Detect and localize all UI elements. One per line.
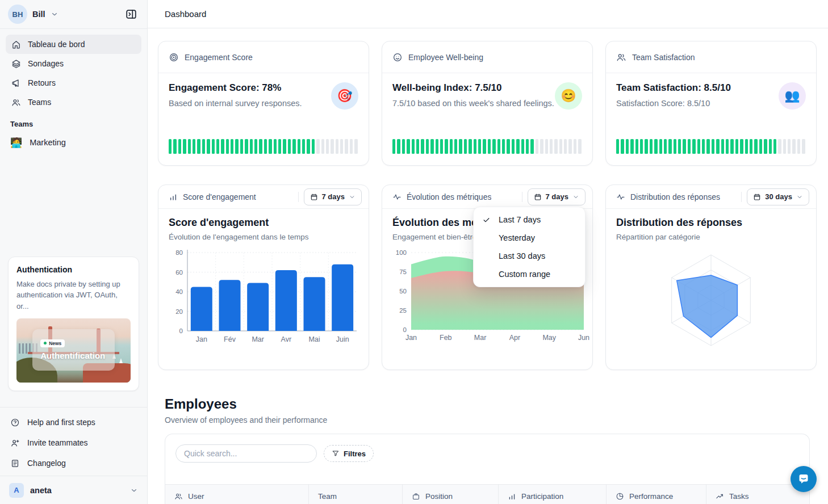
- progress-segment: [469, 139, 471, 154]
- progress-segment: [759, 139, 762, 154]
- chat-launcher-button[interactable]: [791, 466, 817, 492]
- user-avatar[interactable]: BH: [8, 5, 27, 24]
- progress-segment: [750, 139, 752, 154]
- sidebar: BH Bill Tableau de bordSondagesRetoursTe…: [0, 0, 148, 504]
- progress-segment: [702, 139, 705, 154]
- range-button[interactable]: 7 days: [304, 188, 362, 205]
- progress-segment: [626, 139, 629, 154]
- workspace-switcher[interactable]: A aneta: [0, 476, 147, 504]
- progress-segment: [730, 139, 733, 154]
- layers-icon: [11, 59, 21, 69]
- progress-segment: [526, 139, 529, 154]
- dart-emoji: 🎯: [331, 82, 358, 110]
- chevron-down-icon: [796, 194, 803, 200]
- trend-up-icon: [716, 492, 724, 501]
- column-header-participation[interactable]: Participation: [499, 485, 607, 504]
- user-name[interactable]: Bill: [32, 10, 45, 19]
- sidebar-item-retours[interactable]: Retours: [6, 73, 141, 93]
- employees-title: Employees: [165, 396, 817, 412]
- column-label: User: [188, 492, 204, 501]
- table-header-row: UserTeamPositionParticipationPerformance…: [165, 484, 809, 504]
- menu-item-label: Last 30 days: [499, 251, 545, 261]
- progress-segment: [659, 139, 662, 154]
- menu-item-last-30-days[interactable]: Last 30 days: [474, 247, 585, 265]
- column-header-position[interactable]: Position: [403, 485, 499, 504]
- sidebar-item-label: Teams: [28, 98, 51, 107]
- promo-news-badge: News: [40, 339, 65, 347]
- sidebar-footer: Help and first stepsInvite teammatesChan…: [0, 407, 147, 476]
- range-button[interactable]: 7 days: [528, 188, 586, 205]
- promo-body: Make docs private by setting up authenti…: [16, 279, 131, 312]
- column-header-user[interactable]: User: [165, 485, 309, 504]
- sidebar-item-marketing[interactable]: 🧑‍💻 Marketing: [0, 133, 147, 152]
- progress-segment: [650, 139, 653, 154]
- progress-segment: [269, 139, 271, 154]
- news-dot-icon: [44, 342, 47, 345]
- sidebar-item-sondages[interactable]: Sondages: [6, 54, 141, 73]
- progress-segment: [183, 139, 186, 154]
- progress-segment: [440, 139, 443, 154]
- svg-text:Mar: Mar: [252, 335, 264, 343]
- topbar: Dashboard: [148, 0, 828, 28]
- card-header-label: Distribution des réponses: [630, 192, 720, 201]
- employees-subtitle: Overview of employees and their performa…: [165, 415, 817, 425]
- distribution-radar-chart: [614, 246, 808, 354]
- header-divider: [298, 192, 299, 202]
- progress-segment: [764, 139, 767, 154]
- progress-segment: [654, 139, 657, 154]
- menu-item-yesterday[interactable]: Yesterday: [474, 229, 585, 247]
- sidebar-item-tableau-de-bord[interactable]: Tableau de bord: [6, 35, 141, 54]
- authentication-promo-card[interactable]: Authentication Make docs private by sett…: [8, 257, 139, 392]
- calendar-icon: [534, 193, 542, 201]
- home-icon: [11, 40, 21, 49]
- metric-cards-row: Engagement Score Engagement Score: 78% B…: [158, 41, 817, 166]
- promo-title: Authentication: [16, 265, 131, 274]
- progress-segment: [207, 139, 210, 154]
- chart-subtitle: Évolution de l'engagement dans le temps: [169, 233, 358, 241]
- engagement-bar-chart: 020406080JanFévMarAvrMaiJuin: [167, 246, 360, 354]
- menu-item-last-7-days[interactable]: Last 7 days: [474, 211, 585, 229]
- progress-segment: [483, 139, 486, 154]
- menu-item-label: Last 7 days: [499, 215, 541, 224]
- svg-text:40: 40: [175, 288, 183, 295]
- filters-button[interactable]: Filtres: [324, 445, 374, 462]
- column-header-performance[interactable]: Performance: [607, 485, 706, 504]
- progress-segment: [354, 139, 357, 154]
- sidebar-item-changelog[interactable]: Changelog: [0, 453, 147, 473]
- funnel-icon: [332, 450, 340, 457]
- target-icon: [169, 52, 179, 62]
- promo-image[interactable]: News Authentification: [16, 318, 131, 383]
- progress-segment: [202, 139, 205, 154]
- svg-text:Avr: Avr: [281, 335, 292, 343]
- sidebar-item-invite-teammates[interactable]: Invite teammates: [0, 432, 147, 453]
- progress-segment: [788, 139, 791, 154]
- column-header-team[interactable]: Team: [309, 485, 403, 504]
- activity-icon: [392, 192, 402, 201]
- progress-segment: [721, 139, 724, 154]
- card-header-label: Employee Well-being: [408, 53, 483, 62]
- progress-segment: [502, 139, 505, 154]
- engagement-chart-card: Score d'engagement 7 days Score d'engage…: [158, 184, 369, 370]
- range-button[interactable]: 30 days: [747, 188, 809, 205]
- users-icon: [174, 492, 183, 501]
- progress-segment: [316, 139, 319, 154]
- progress-segment: [726, 139, 729, 154]
- progress-segment: [630, 139, 633, 154]
- search-input[interactable]: [175, 444, 317, 463]
- progress-segment: [778, 139, 781, 154]
- page-title: Dashboard: [165, 9, 206, 19]
- svg-text:50: 50: [399, 288, 407, 295]
- progress-segment: [773, 139, 776, 154]
- user-plus-icon: [10, 438, 20, 448]
- progress-segment: [288, 139, 291, 154]
- sidebar-collapse-button[interactable]: [123, 6, 139, 22]
- progress-segment: [336, 139, 338, 154]
- progress-segment: [412, 139, 415, 154]
- sidebar-item-help-and-first-steps[interactable]: Help and first steps: [0, 412, 147, 432]
- menu-item-custom-range[interactable]: Custom range: [474, 265, 585, 283]
- progress-segment: [512, 139, 515, 154]
- progress-segment: [706, 139, 709, 154]
- sidebar-item-teams[interactable]: Teams: [6, 93, 141, 112]
- progress-segment: [574, 139, 576, 154]
- wellbeing-card: Employee Well-being Well-being Index: 7.…: [382, 41, 593, 166]
